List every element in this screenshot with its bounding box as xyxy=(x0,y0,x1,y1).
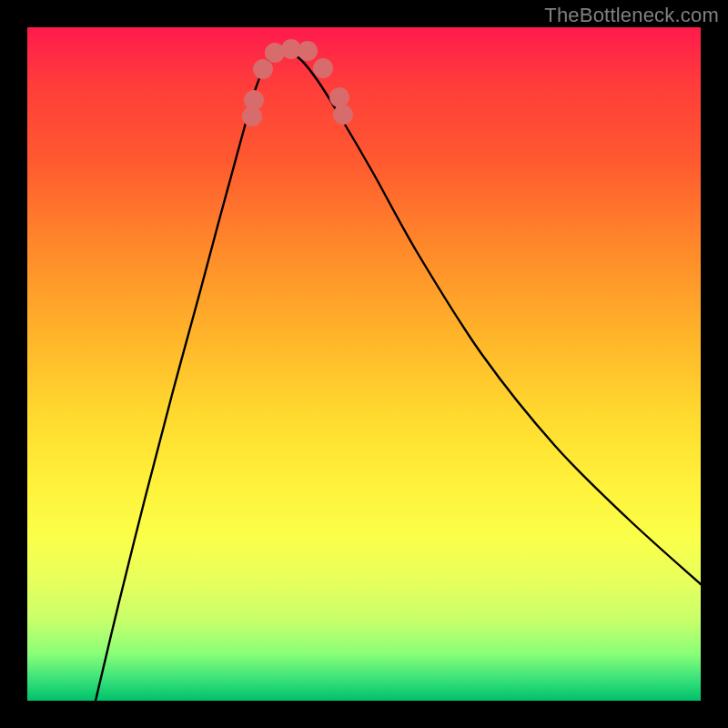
dot-right-mid xyxy=(329,87,349,107)
dot-right-upper xyxy=(333,105,353,125)
dot-base-3 xyxy=(298,41,318,61)
chart-plot-area xyxy=(27,27,701,701)
chart-svg xyxy=(27,27,701,701)
bottleneck-curve xyxy=(96,53,701,701)
watermark-label: TheBottleneck.com xyxy=(544,4,719,27)
dot-left-mid xyxy=(244,90,264,110)
dot-right-lower xyxy=(313,58,333,78)
dot-left-lower xyxy=(253,59,273,79)
